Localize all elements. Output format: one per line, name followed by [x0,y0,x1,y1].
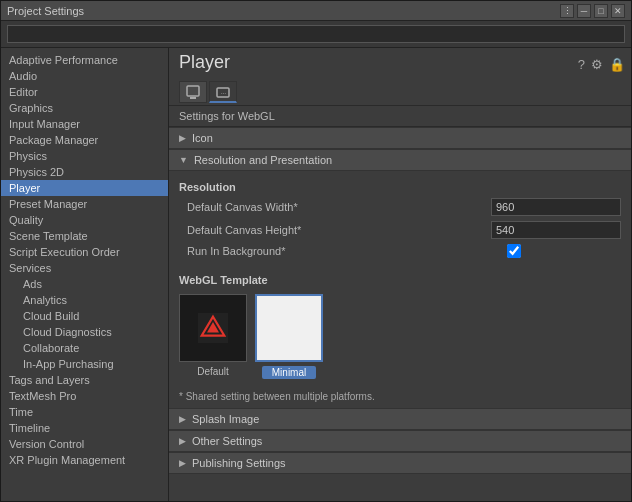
template-option-minimal: Minimal [255,294,323,379]
sidebar-item-analytics[interactable]: Analytics [1,292,168,308]
canvas-width-input[interactable] [491,198,621,216]
run-in-background-row: Run In Background* [179,243,621,259]
sidebar-item-time[interactable]: Time [1,404,168,420]
publishing-section-arrow: ▶ [179,458,186,468]
window-menu-btn[interactable]: ⋮ [560,4,574,18]
canvas-height-label: Default Canvas Height* [179,224,491,236]
sidebar-item-adaptive-performance[interactable]: Adaptive Performance [1,52,168,68]
sidebar-item-tags-and-layers[interactable]: Tags and Layers [1,372,168,388]
sidebar-item-audio[interactable]: Audio [1,68,168,84]
section-icon[interactable]: ▶ Icon [169,127,631,149]
window-close-btn[interactable]: ✕ [611,4,625,18]
platform-btn-webgl[interactable]: ⋯ [209,81,237,103]
sidebar-item-services[interactable]: Services [1,260,168,276]
resolution-section-arrow: ▼ [179,155,188,165]
content-header: Player ? ⚙ 🔒 [169,48,631,79]
canvas-width-row: Default Canvas Width* [179,197,621,217]
sidebar-item-version-control[interactable]: Version Control [1,436,168,452]
sidebar-item-script-execution-order[interactable]: Script Execution Order [1,244,168,260]
webgl-template-title: WebGL Template [179,274,621,286]
sidebar-item-preset-manager[interactable]: Preset Manager [1,196,168,212]
sidebar-item-collaborate[interactable]: Collaborate [1,340,168,356]
sidebar-item-quality[interactable]: Quality [1,212,168,228]
window-maximize-btn[interactable]: □ [594,4,608,18]
project-settings-window: Project Settings ⋮ ─ □ ✕ Adaptive Perfor… [0,0,632,502]
canvas-width-label: Default Canvas Width* [179,201,491,213]
splash-section-arrow: ▶ [179,414,186,424]
template-default-label: Default [197,366,229,377]
lock-icon[interactable]: 🔒 [609,57,625,72]
sidebar-item-ads[interactable]: Ads [1,276,168,292]
resolution-section-content: Resolution Default Canvas Width* Default… [169,171,631,268]
sidebar-item-scene-template[interactable]: Scene Template [1,228,168,244]
page-title: Player [179,52,230,73]
content-area: Player ? ⚙ 🔒 ⋯ Settings for WebGL [169,48,631,501]
template-thumb-minimal[interactable] [255,294,323,362]
title-bar: Project Settings ⋮ ─ □ ✕ [1,1,631,21]
search-input[interactable] [7,25,625,43]
platform-btn-standalone[interactable] [179,81,207,103]
canvas-height-input[interactable] [491,221,621,239]
template-thumb-default[interactable] [179,294,247,362]
other-section-label: Other Settings [192,435,262,447]
shared-setting-note: * Shared setting between multiple platfo… [169,389,631,408]
default-thumb-inner [180,295,246,361]
sidebar-item-cloud-diagnostics[interactable]: Cloud Diagnostics [1,324,168,340]
sidebar-item-graphics[interactable]: Graphics [1,100,168,116]
section-resolution-header[interactable]: ▼ Resolution and Presentation [169,149,631,171]
svg-rect-1 [190,97,196,99]
other-section-arrow: ▶ [179,436,186,446]
splash-section-label: Splash Image [192,413,259,425]
section-publishing-settings[interactable]: ▶ Publishing Settings [169,452,631,474]
main-content: Adaptive Performance Audio Editor Graphi… [1,48,631,501]
settings-icon[interactable]: ⚙ [591,57,603,72]
icon-section-arrow: ▶ [179,133,186,143]
run-in-background-label: Run In Background* [179,245,507,257]
minimal-thumb-inner [257,296,321,360]
header-icons: ? ⚙ 🔒 [578,57,625,72]
template-minimal-label: Minimal [262,366,316,379]
sidebar-item-package-manager[interactable]: Package Manager [1,132,168,148]
sidebar-item-cloud-build[interactable]: Cloud Build [1,308,168,324]
sidebar-item-in-app-purchasing[interactable]: In-App Purchasing [1,356,168,372]
publishing-section-label: Publishing Settings [192,457,286,469]
sidebar-item-physics-2d[interactable]: Physics 2D [1,164,168,180]
svg-text:⋯: ⋯ [221,90,226,96]
section-other-settings[interactable]: ▶ Other Settings [169,430,631,452]
sidebar-item-textmesh-pro[interactable]: TextMesh Pro [1,388,168,404]
sidebar-item-physics[interactable]: Physics [1,148,168,164]
canvas-height-row: Default Canvas Height* [179,220,621,240]
resolution-section-label: Resolution and Presentation [194,154,332,166]
section-splash-image[interactable]: ▶ Splash Image [169,408,631,430]
resolution-subsection-title: Resolution [179,181,621,193]
window-minimize-btn[interactable]: ─ [577,4,591,18]
template-option-default: Default [179,294,247,379]
run-in-background-checkbox[interactable] [507,244,521,258]
sidebar-item-timeline[interactable]: Timeline [1,420,168,436]
window-title: Project Settings [7,5,560,17]
settings-for: Settings for WebGL [169,106,631,127]
search-bar [1,21,631,48]
help-icon[interactable]: ? [578,57,585,72]
content-body: ▶ Icon ▼ Resolution and Presentation Res… [169,127,631,501]
sidebar-item-player[interactable]: Player [1,180,168,196]
sidebar-item-editor[interactable]: Editor [1,84,168,100]
svg-rect-0 [187,86,199,96]
webgl-template-section: WebGL Template [169,268,631,389]
platform-bar: ⋯ [169,79,631,106]
icon-section-label: Icon [192,132,213,144]
sidebar-item-input-manager[interactable]: Input Manager [1,116,168,132]
sidebar-item-xr-plugin-management[interactable]: XR Plugin Management [1,452,168,468]
sidebar: Adaptive Performance Audio Editor Graphi… [1,48,169,501]
template-options: Default Minimal [179,294,621,379]
window-controls: ⋮ ─ □ ✕ [560,4,625,18]
